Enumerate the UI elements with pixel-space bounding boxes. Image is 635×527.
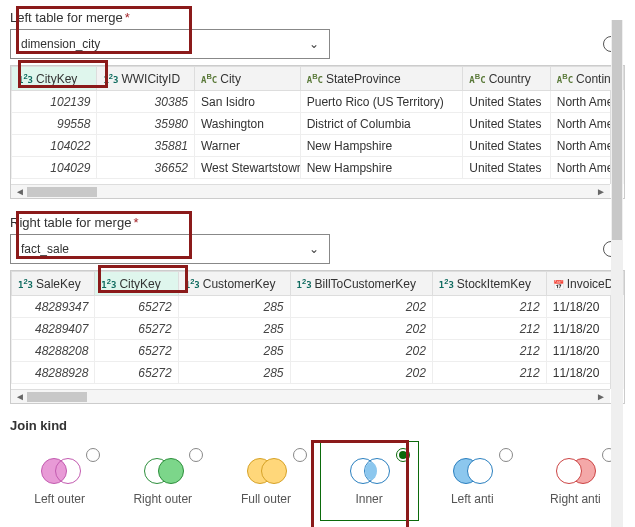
required-asterisk: * (133, 215, 138, 230)
table-row[interactable]: 482893476527228520221211/18/20 (12, 296, 624, 318)
left-table-selected: dimension_city (21, 37, 100, 51)
horizontal-scrollbar[interactable]: ◄ ► (11, 184, 610, 198)
join-kind-label: Full outer (219, 492, 312, 506)
table-row[interactable]: 10402235881WarnerNew HampshireUnited Sta… (12, 135, 624, 157)
dialog-scrollbar[interactable] (611, 20, 623, 527)
column-header-stateprovince[interactable]: ABCStateProvince (300, 67, 463, 91)
left-table-dropdown[interactable]: dimension_city ⌄ (10, 29, 330, 59)
table-row[interactable]: 10213930385San IsidroPuerto Rico (US Ter… (12, 91, 624, 113)
radio-icon (396, 448, 410, 462)
join-kind-label: Left anti (426, 492, 519, 506)
column-header-wwicityid[interactable]: 123WWICityID (97, 67, 195, 91)
column-header-salekey[interactable]: 123SaleKey (12, 272, 95, 296)
column-header-billtocustomerkey[interactable]: 123BillToCustomerKey (290, 272, 432, 296)
column-header-citykey[interactable]: 123CityKey (95, 272, 178, 296)
left-table-preview: 123CityKey123WWICityIDABCCityABCStatePro… (10, 65, 625, 199)
required-asterisk: * (125, 10, 130, 25)
join-kind-inner[interactable]: Inner (320, 441, 419, 521)
column-header-country[interactable]: ABCCountry (463, 67, 550, 91)
venn-icon (344, 456, 394, 486)
venn-icon (447, 456, 497, 486)
join-kind-label: Left outer (13, 492, 106, 506)
venn-icon (241, 456, 291, 486)
radio-icon (499, 448, 513, 462)
column-header-stockitemkey[interactable]: 123StockItemKey (432, 272, 546, 296)
venn-icon (550, 456, 600, 486)
table-row[interactable]: 482889286527228520221211/18/20 (12, 362, 624, 384)
right-table-selected: fact_sale (21, 242, 69, 256)
join-kind-right-outer[interactable]: Right outer (113, 441, 212, 521)
chevron-down-icon: ⌄ (309, 242, 319, 256)
table-row[interactable]: 482894076527228520221211/18/20 (12, 318, 624, 340)
right-table-preview: 123SaleKey123CityKey123CustomerKey123Bil… (10, 270, 625, 404)
join-kind-label: Inner (323, 492, 416, 506)
right-table-dropdown[interactable]: fact_sale ⌄ (10, 234, 330, 264)
horizontal-scrollbar[interactable]: ◄ ► (11, 389, 610, 403)
join-kind-left-anti[interactable]: Left anti (423, 441, 522, 521)
join-kind-left-outer[interactable]: Left outer (10, 441, 109, 521)
join-kind-title: Join kind (10, 418, 625, 433)
join-kind-full-outer[interactable]: Full outer (216, 441, 315, 521)
join-kind-label: Right anti (529, 492, 622, 506)
radio-icon (293, 448, 307, 462)
radio-icon (86, 448, 100, 462)
table-row[interactable]: 10402936652West StewartstownNew Hampshir… (12, 157, 624, 179)
left-table-label: Left table for merge* (10, 10, 130, 25)
radio-icon (189, 448, 203, 462)
table-row[interactable]: 482882086527228520221211/18/20 (12, 340, 624, 362)
column-header-city[interactable]: ABCCity (194, 67, 300, 91)
table-row[interactable]: 9955835980WashingtonDistrict of Columbia… (12, 113, 624, 135)
right-table-label: Right table for merge* (10, 215, 138, 230)
chevron-down-icon: ⌄ (309, 37, 319, 51)
column-header-customerkey[interactable]: 123CustomerKey (178, 272, 290, 296)
column-header-citykey[interactable]: 123CityKey (12, 67, 97, 91)
venn-icon (138, 456, 188, 486)
join-kind-label: Right outer (116, 492, 209, 506)
venn-icon (35, 456, 85, 486)
